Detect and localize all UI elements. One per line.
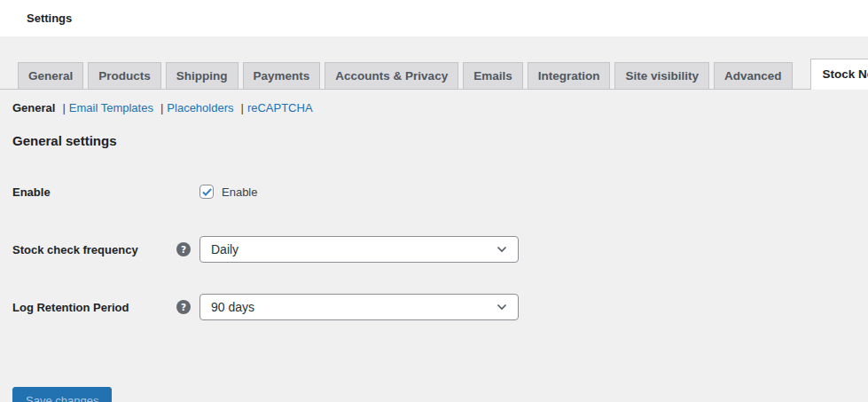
stock-check-frequency-value: Daily — [211, 242, 239, 256]
subnav-item-recaptcha[interactable]: reCAPTCHA — [247, 101, 313, 114]
admin-header: Settings — [0, 0, 868, 36]
tab-site-visibility[interactable]: Site visibility — [614, 62, 709, 89]
subnav-item-email-templates[interactable]: Email Templates — [69, 101, 153, 114]
tab-products[interactable]: Products — [88, 62, 161, 89]
field-label-frequency-wrap: Stock check frequency ? — [12, 242, 199, 256]
subnav-separator: | — [160, 101, 163, 114]
subnav-item-placeholders[interactable]: Placeholders — [167, 101, 233, 114]
settings-tab-bar: General Products Shipping Payments Accou… — [0, 36, 868, 90]
subnav-item-general[interactable]: General — [12, 101, 55, 114]
page-title: Settings — [27, 12, 72, 25]
log-retention-value: 90 days — [211, 300, 254, 314]
tab-shipping[interactable]: Shipping — [166, 62, 239, 89]
field-label-enable-wrap: Enable — [12, 185, 199, 199]
form-row-enable: Enable Enable — [12, 178, 868, 205]
subnav-separator: | — [241, 101, 244, 114]
tab-stock-notifications[interactable]: Stock Notifications — [810, 59, 868, 90]
tab-integration[interactable]: Integration — [528, 62, 611, 89]
help-icon[interactable]: ? — [176, 300, 191, 314]
field-label-frequency: Stock check frequency — [12, 243, 138, 256]
log-retention-select[interactable]: 90 days — [199, 294, 519, 320]
chevron-down-icon — [497, 303, 507, 311]
subnav-separator: | — [62, 101, 65, 114]
tab-payments[interactable]: Payments — [243, 62, 321, 89]
tab-emails[interactable]: Emails — [463, 62, 523, 89]
save-changes-button[interactable]: Save changes — [12, 387, 112, 402]
stock-check-frequency-select[interactable]: Daily — [199, 236, 519, 263]
field-enable: Enable — [199, 185, 257, 199]
field-label-retention: Log Retention Period — [12, 301, 129, 314]
field-label-retention-wrap: Log Retention Period ? — [12, 300, 199, 314]
settings-form: Enable Enable Stock check frequency ? — [12, 178, 868, 320]
settings-page: Settings General Products Shipping Payme… — [0, 0, 868, 402]
tab-accounts-privacy[interactable]: Accounts & Privacy — [325, 62, 458, 89]
form-row-log-retention: Log Retention Period ? 90 days — [12, 294, 868, 320]
check-icon — [202, 188, 212, 196]
help-icon[interactable]: ? — [176, 242, 191, 256]
field-label-enable: Enable — [12, 185, 51, 199]
enable-checkbox-wrap[interactable]: Enable — [199, 185, 257, 199]
tab-advanced[interactable]: Advanced — [714, 62, 793, 89]
enable-checkbox-label: Enable — [222, 185, 257, 199]
tab-general[interactable]: General — [18, 62, 83, 89]
form-row-stock-check-frequency: Stock check frequency ? Daily — [12, 236, 868, 263]
subnav: General | Email Templates | Placeholders… — [12, 101, 868, 114]
enable-checkbox[interactable] — [199, 185, 214, 199]
section-heading: General settings — [12, 133, 868, 148]
chevron-down-icon — [497, 246, 507, 253]
